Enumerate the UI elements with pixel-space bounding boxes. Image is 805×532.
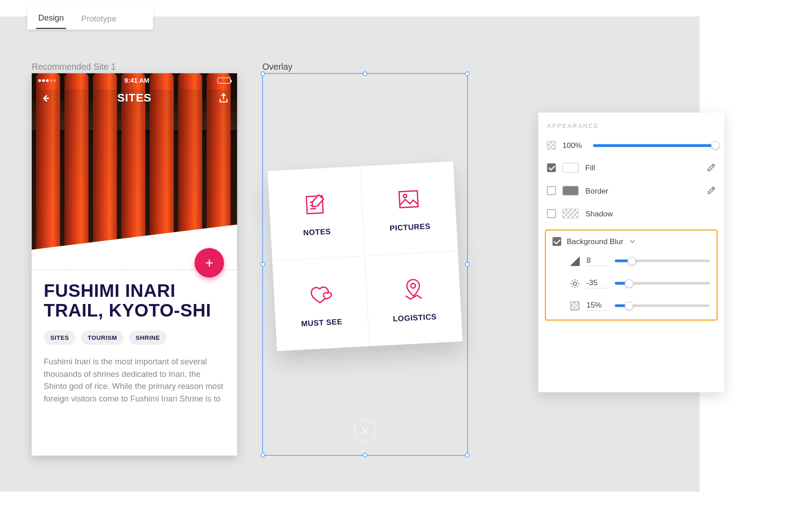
bgblur-header[interactable]: Background Blur — [552, 237, 710, 246]
resize-handle[interactable] — [261, 453, 265, 457]
tab-design[interactable]: Design — [36, 6, 66, 29]
chip[interactable]: SITES — [44, 331, 76, 345]
share-icon[interactable] — [217, 92, 229, 104]
resize-handle[interactable] — [363, 72, 367, 76]
border-row: Border — [547, 186, 715, 195]
blur-opacity-slider[interactable] — [615, 304, 710, 307]
brightness-icon — [570, 279, 580, 288]
artboard-overlay[interactable]: NOTES PICTURES MUST SEE LOGISTICS — [263, 73, 468, 456]
hero-image: 9:41 AM SITES — [32, 73, 237, 270]
blur-brightness-row: -35 — [552, 278, 710, 288]
eyedropper-icon[interactable] — [707, 186, 716, 195]
opacity-value[interactable]: 100% — [562, 141, 586, 150]
resize-handle[interactable] — [465, 453, 470, 457]
slider-thumb[interactable] — [625, 279, 634, 288]
nav-title: SITES — [117, 92, 152, 104]
slider-thumb[interactable] — [711, 141, 720, 150]
fill-swatch[interactable] — [562, 163, 579, 173]
effect-opacity-icon — [570, 301, 580, 311]
blur-brightness-slider[interactable] — [615, 282, 710, 285]
status-bar: 9:41 AM — [32, 76, 237, 84]
tag-row: SITES TOURISM SHRINE — [44, 331, 225, 345]
chip[interactable]: SHRINE — [129, 331, 167, 345]
add-fab[interactable]: + — [195, 248, 224, 278]
opacity-slider[interactable] — [593, 144, 716, 147]
status-time: 9:41 AM — [124, 76, 149, 84]
bgblur-highlight: Background Blur 8 -35 — [545, 229, 717, 321]
resize-handle[interactable] — [261, 72, 265, 76]
blur-amount-input[interactable]: 8 — [586, 256, 608, 266]
blur-brightness-input[interactable]: -35 — [586, 278, 608, 288]
blur-opacity-row: 15% — [552, 300, 710, 311]
border-checkbox[interactable] — [547, 186, 556, 195]
blur-opacity-input[interactable]: 15% — [586, 300, 608, 311]
appearance-panel: APPEARANCE 100% Fill Border Shadow Backg… — [538, 113, 724, 393]
opacity-row: 100% — [547, 141, 715, 150]
border-swatch[interactable] — [562, 186, 579, 195]
border-label: Border — [585, 186, 700, 195]
site-description: Fushimi Inari is the most important of s… — [44, 356, 225, 405]
content-body: FUSHIMI INARI TRAIL, KYOTO-SHI SITES TOU… — [32, 281, 237, 405]
resize-handle[interactable] — [261, 262, 265, 267]
fill-checkbox[interactable] — [547, 163, 556, 172]
bgblur-label: Background Blur — [567, 237, 623, 246]
svg-point-4 — [573, 282, 576, 285]
artboard2-label[interactable]: Overlay — [263, 62, 292, 72]
back-arrow-icon[interactable] — [39, 92, 51, 104]
shadow-row: Shadow — [547, 209, 715, 219]
bgblur-checkbox[interactable] — [552, 237, 561, 246]
fill-label: Fill — [585, 163, 700, 172]
selection-outline — [263, 73, 468, 456]
nav-bar: SITES — [32, 92, 237, 104]
chip[interactable]: TOURISM — [81, 331, 123, 345]
panel-title: APPEARANCE — [547, 122, 715, 129]
shadow-checkbox[interactable] — [547, 209, 556, 218]
battery-icon — [217, 77, 230, 83]
signal-icon — [38, 79, 56, 82]
eyedropper-icon[interactable] — [707, 163, 716, 172]
blur-amount-icon — [570, 256, 580, 266]
artboard-recommended-site[interactable]: 9:41 AM SITES + FUSHIMI INARI TRAIL, KYO… — [32, 73, 237, 456]
slider-thumb[interactable] — [627, 257, 636, 266]
resize-handle[interactable] — [465, 262, 470, 267]
opacity-icon — [547, 141, 556, 150]
chevron-down-icon[interactable] — [629, 238, 636, 245]
shadow-label: Shadow — [585, 209, 716, 218]
artboard1-label[interactable]: Recommended Site 1 — [32, 62, 116, 72]
tab-prototype[interactable]: Prototype — [79, 7, 119, 28]
resize-handle[interactable] — [363, 453, 367, 457]
slider-thumb[interactable] — [625, 301, 634, 310]
resize-handle[interactable] — [465, 72, 470, 76]
shadow-swatch[interactable] — [562, 209, 579, 219]
fill-row: Fill — [547, 163, 715, 173]
blur-amount-slider[interactable] — [615, 259, 710, 262]
mode-tabs: Design Prototype — [27, 5, 153, 30]
site-title: FUSHIMI INARI TRAIL, KYOTO-SHI — [44, 281, 225, 320]
blur-amount-row: 8 — [552, 256, 710, 266]
